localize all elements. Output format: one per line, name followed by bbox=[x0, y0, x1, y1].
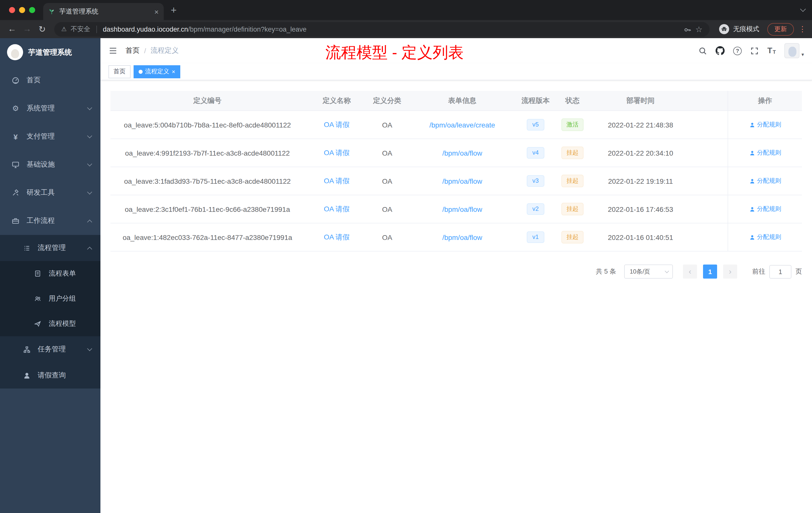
sidebar-item-process-model[interactable]: 流程模型 bbox=[0, 311, 100, 336]
sidebar-item-home[interactable]: 首页 bbox=[0, 66, 100, 94]
chevron-down-icon bbox=[87, 346, 92, 351]
sidebar: 芋道管理系统 首页 ⚙ 系统管理 ¥ 支付管理 bbox=[0, 38, 100, 513]
assign-rule-button[interactable]: 分配规则 bbox=[749, 233, 781, 241]
minimize-window-button[interactable] bbox=[19, 7, 25, 13]
form-link[interactable]: /bpm/oa/flow bbox=[442, 205, 482, 213]
github-icon[interactable] bbox=[716, 46, 725, 55]
form-link[interactable]: /bpm/oa/leave/create bbox=[429, 121, 495, 129]
pagination-total: 共 5 条 bbox=[596, 267, 616, 276]
version-badge: v2 bbox=[527, 204, 544, 215]
version-badge: v4 bbox=[527, 147, 544, 159]
window-controls bbox=[9, 7, 35, 13]
tags-view-bar: 首页 流程定义 × bbox=[100, 63, 812, 80]
sidebar-logo[interactable]: 芋道管理系统 bbox=[0, 38, 100, 66]
form-link[interactable]: /bpm/oa/flow bbox=[442, 233, 482, 241]
definition-name-link[interactable]: OA 请假 bbox=[324, 205, 350, 214]
sidebar-item-devtools[interactable]: 研发工具 bbox=[0, 179, 100, 207]
new-tab-button[interactable]: + bbox=[171, 5, 176, 15]
bookmark-star-icon[interactable]: ☆ bbox=[695, 24, 702, 34]
version-badge: v5 bbox=[527, 119, 544, 130]
chrome-update-button[interactable]: 更新 bbox=[767, 23, 794, 35]
tag-process-definition[interactable]: 流程定义 × bbox=[134, 65, 180, 78]
user-icon bbox=[749, 150, 755, 156]
tab-search-chevron-icon[interactable] bbox=[800, 6, 806, 12]
breadcrumb: 首页 / 流程定义 bbox=[125, 46, 179, 55]
paper-plane-icon bbox=[33, 320, 42, 327]
password-key-icon[interactable] bbox=[683, 25, 691, 33]
url-path: /bpm/manager/definition?key=oa_leave bbox=[188, 25, 307, 33]
cell-deploy-time: 2022-01-22 20:34:10 bbox=[593, 139, 688, 167]
search-icon[interactable] bbox=[698, 47, 707, 55]
font-size-icon[interactable]: TT bbox=[767, 47, 776, 55]
table-row: oa_leave:3:1fad3d93-7b75-11ec-a3c8-acde4… bbox=[111, 167, 802, 195]
assign-rule-button[interactable]: 分配规则 bbox=[749, 120, 781, 129]
incognito-label: 无痕模式 bbox=[733, 25, 759, 34]
reload-button[interactable]: ↻ bbox=[35, 22, 49, 36]
sidebar-item-process-form[interactable]: 流程表单 bbox=[0, 261, 100, 286]
help-icon[interactable]: ? bbox=[733, 47, 742, 55]
cell-deploy-time: 2022-01-16 01:40:51 bbox=[593, 223, 688, 251]
next-page-button[interactable]: › bbox=[723, 265, 737, 279]
cell-category: OA bbox=[369, 111, 405, 139]
prev-page-button[interactable]: ‹ bbox=[683, 265, 697, 279]
sidebar-item-process-management[interactable]: 流程管理 bbox=[0, 235, 100, 261]
table-header: 定义编号 定义名称 定义分类 表单信息 流程版本 状态 部署时间 操作 bbox=[111, 91, 802, 111]
security-label: 不安全 bbox=[71, 25, 90, 34]
chevron-down-icon bbox=[87, 133, 92, 138]
assign-rule-button[interactable]: 分配规则 bbox=[749, 205, 781, 213]
incognito-indicator: 无痕模式 bbox=[719, 24, 759, 35]
sidebar-item-user-group[interactable]: 用户分组 bbox=[0, 286, 100, 311]
list-icon bbox=[22, 244, 31, 252]
definition-name-link[interactable]: OA 请假 bbox=[324, 233, 350, 242]
yen-icon: ¥ bbox=[11, 132, 20, 141]
sidebar-collapse-icon[interactable] bbox=[109, 46, 117, 55]
sidebar-item-system[interactable]: ⚙ 系统管理 bbox=[0, 94, 100, 122]
tag-home[interactable]: 首页 bbox=[109, 65, 130, 78]
annotation-title: 流程模型 - 定义列表 bbox=[325, 42, 464, 63]
tab-close-icon[interactable]: × bbox=[154, 8, 159, 15]
definition-name-link[interactable]: OA 请假 bbox=[324, 176, 350, 185]
col-process-version: 流程版本 bbox=[519, 91, 552, 111]
browser-tab[interactable]: 芋道管理系统 × bbox=[43, 3, 164, 20]
breadcrumb-home[interactable]: 首页 bbox=[125, 46, 140, 55]
logo-title: 芋道管理系统 bbox=[28, 48, 72, 57]
back-button[interactable]: ← bbox=[5, 22, 19, 36]
navbar-icons: ? TT ▾ bbox=[698, 43, 804, 58]
security-warning-icon: ⚠ bbox=[61, 26, 67, 33]
sidebar-item-leave-query[interactable]: 请假查询 bbox=[0, 362, 100, 389]
breadcrumb-current: 流程定义 bbox=[151, 46, 179, 55]
forward-button[interactable]: → bbox=[20, 22, 34, 36]
fullscreen-icon[interactable] bbox=[750, 47, 759, 55]
sidebar-item-payment[interactable]: ¥ 支付管理 bbox=[0, 122, 100, 151]
assign-rule-button[interactable]: 分配规则 bbox=[749, 177, 781, 185]
definition-table: 定义编号 定义名称 定义分类 表单信息 流程版本 状态 部署时间 操作 oa_l… bbox=[111, 91, 802, 251]
form-link[interactable]: /bpm/oa/flow bbox=[442, 177, 482, 185]
user-menu[interactable]: ▾ bbox=[784, 43, 804, 58]
sidebar-item-task-management[interactable]: 任务管理 bbox=[0, 336, 100, 362]
col-definition-category: 定义分类 bbox=[369, 91, 405, 111]
tag-close-icon[interactable]: × bbox=[172, 68, 175, 74]
cell-definition-id: oa_leave:5:004b710b-7b8a-11ec-8ef0-acde4… bbox=[111, 111, 304, 139]
table-row: oa_leave:1:482ec033-762a-11ec-8477-a2380… bbox=[111, 223, 802, 251]
tab-favicon bbox=[48, 8, 55, 15]
current-page-button[interactable]: 1 bbox=[703, 265, 717, 279]
sidebar-item-infrastructure[interactable]: 基础设施 bbox=[0, 151, 100, 179]
definition-name-link[interactable]: OA 请假 bbox=[324, 148, 350, 157]
cell-category: OA bbox=[369, 195, 405, 223]
chevron-down-icon bbox=[87, 161, 92, 166]
goto-page-input[interactable] bbox=[769, 265, 791, 278]
definition-name-link[interactable]: OA 请假 bbox=[324, 120, 350, 129]
zoom-window-button[interactable] bbox=[29, 7, 35, 13]
browser-menu-icon[interactable]: ⋮ bbox=[798, 25, 807, 34]
sidebar-item-workflow[interactable]: 工作流程 bbox=[0, 207, 100, 235]
page-size-select[interactable]: 10条/页 bbox=[624, 265, 673, 279]
close-window-button[interactable] bbox=[9, 7, 15, 13]
address-bar[interactable]: ⚠ 不安全 dashboard.yudao.iocoder.cn/bpm/man… bbox=[54, 22, 709, 36]
form-link[interactable]: /bpm/oa/flow bbox=[442, 149, 482, 157]
cell-deploy-time: 2022-01-22 21:48:38 bbox=[593, 111, 688, 139]
assign-rule-button[interactable]: 分配规则 bbox=[749, 149, 781, 157]
chevron-down-icon bbox=[665, 269, 669, 273]
cell-category: OA bbox=[369, 139, 405, 167]
browser-tabstrip: 芋道管理系统 × + bbox=[0, 0, 812, 20]
avatar bbox=[784, 43, 800, 58]
